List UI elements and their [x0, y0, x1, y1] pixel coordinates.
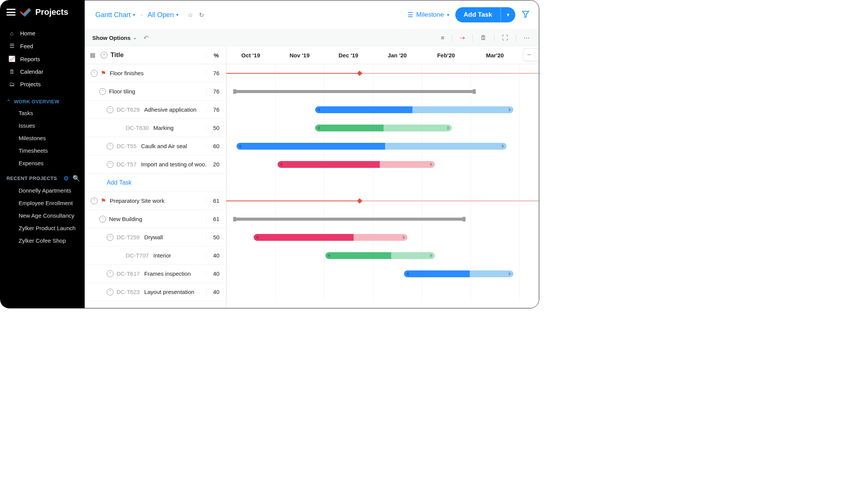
task-row[interactable]: ⌃DC-T57Import and testing of woo..20	[85, 155, 226, 174]
gantt-timeline[interactable]: Oct '19Nov '19Dec '19Jan '20Feb'20Mar'20…	[226, 46, 539, 308]
task-id: DC-T630	[126, 125, 149, 131]
month-column: Mar'20	[470, 46, 519, 64]
timeline-row	[226, 119, 539, 137]
show-options-toggle[interactable]: Show Options ⌄	[92, 35, 137, 41]
gantt-bar[interactable]	[404, 270, 513, 277]
filter-dropdown[interactable]: All Open▾	[148, 11, 178, 19]
show-options-label: Show Options	[92, 35, 131, 41]
task-row[interactable]: DC-T707Interior40	[85, 246, 226, 265]
task-row[interactable]: ⌃DC-T259Drywall50	[85, 228, 226, 246]
pct-cell: 76	[206, 106, 226, 113]
zoom-out-icon[interactable]: −	[527, 51, 531, 58]
search-icon[interactable]: 🔍	[73, 175, 80, 182]
task-row[interactable]: DC-T630Marking50	[85, 119, 226, 137]
fullscreen-icon[interactable]: ⛶	[500, 34, 510, 42]
sidebar-item-issues[interactable]: Issues	[0, 119, 85, 132]
nav-calendar[interactable]: 🗓Calendar	[0, 65, 85, 78]
grouping-label: Milestone	[416, 11, 444, 19]
gantt-bar[interactable]	[254, 234, 407, 241]
sidebar-item-timesheets[interactable]: Timesheets	[0, 144, 85, 157]
critical-path-icon[interactable]: ⇢	[458, 33, 466, 42]
nav-feed[interactable]: ☰Feed	[0, 39, 85, 52]
sidebar-item-tasks[interactable]: Tasks	[0, 107, 85, 119]
gantt-bar[interactable]	[315, 106, 513, 113]
task-row[interactable]: ⌃DC-T623Layout presentation40	[85, 283, 226, 301]
collapse-icon[interactable]: ⌃	[91, 197, 98, 204]
recent-projects-header: RECENT PROJECTS ⚙ 🔍	[0, 169, 85, 184]
milestone-row[interactable]: ⌃⚑Floor finishes76	[85, 64, 226, 82]
collapse-icon[interactable]: ⌃	[107, 234, 114, 241]
sidebar-item-expenses[interactable]: Expenses	[0, 157, 85, 169]
recent-project-item[interactable]: Zylker Product Launch	[0, 222, 85, 234]
nav-home[interactable]: ⌂Home	[0, 27, 85, 39]
nav-reports[interactable]: 📈Reports	[0, 52, 85, 65]
section-label: RECENT PROJECTS	[6, 175, 57, 181]
add-task-link[interactable]: Add Task	[107, 179, 132, 186]
task-row[interactable]: ⌃DC-T629Adhesive application76	[85, 101, 226, 119]
columns-icon[interactable]: ▤	[90, 52, 95, 58]
recent-project-item[interactable]: Donnelly Apartments	[0, 184, 85, 197]
summary-bar[interactable]	[233, 218, 466, 221]
tasklist-row[interactable]: ⌃New Building61	[85, 210, 226, 228]
refresh-icon[interactable]: ↻	[199, 11, 204, 19]
app-name: Projects	[35, 7, 68, 17]
collapse-icon[interactable]: ⌃	[99, 88, 106, 95]
recent-project-item[interactable]: New Age Consultancy	[0, 209, 85, 222]
gantt-bar[interactable]	[278, 161, 435, 168]
undo-icon[interactable]: ↶	[144, 34, 148, 41]
nav-label: Feed	[20, 43, 33, 49]
nav-projects[interactable]: 🗂Projects	[0, 78, 85, 90]
collapse-icon[interactable]: ⌃	[107, 143, 114, 150]
collapse-icon[interactable]: ⌃	[99, 216, 106, 223]
more-icon[interactable]: ⋯	[522, 33, 531, 42]
collapse-icon[interactable]: ⌃	[107, 270, 114, 277]
chevron-down-icon: ▾	[133, 12, 135, 17]
pct-cell: 50	[206, 125, 226, 131]
view-tools: ≡ ⇢ 🗓 ⛶ ⋯	[439, 33, 531, 42]
recent-project-item[interactable]: Zylker Cofee Shop	[0, 234, 85, 247]
gantt-bar[interactable]	[315, 125, 452, 131]
nav-label: Projects	[20, 81, 41, 87]
collapse-icon[interactable]: ⌃	[107, 289, 114, 295]
app-logo-icon	[20, 8, 31, 17]
summary-bar[interactable]	[233, 90, 476, 93]
separator	[494, 35, 494, 41]
timeline-row	[226, 82, 539, 101]
row-label: New Building	[109, 216, 142, 222]
collapse-icon[interactable]: ⌃	[91, 70, 98, 77]
settings-icon[interactable]: ⚙	[63, 175, 69, 182]
collapse-all-icon[interactable]: ⌃	[101, 52, 107, 58]
pct-cell: 61	[206, 197, 226, 204]
gantt-bar[interactable]	[237, 143, 507, 150]
task-row[interactable]: ⌃DC-T55Caulk and Air seal60	[85, 137, 226, 155]
collapse-icon[interactable]: ⌃	[107, 161, 114, 168]
today-icon[interactable]: 🗓	[479, 34, 488, 42]
work-overview-header[interactable]: ⌃ WORK OVERVIEW	[0, 93, 85, 107]
breadcrumb-separator: ›	[141, 12, 142, 18]
zoom-control: − +	[523, 48, 539, 61]
baseline-icon[interactable]: ≡	[439, 34, 446, 42]
filter-icon[interactable]	[521, 10, 530, 20]
grouping-dropdown[interactable]: ☰ Milestone ▾	[407, 11, 449, 19]
add-task-row[interactable]: Add Task	[85, 174, 226, 192]
task-row[interactable]: ⌃DC-T617Frames inspection40	[85, 265, 226, 283]
milestone-row[interactable]: ⌃⚑Preparatory Site work61	[85, 192, 226, 210]
gantt-bar[interactable]	[325, 252, 435, 259]
collapse-icon[interactable]: ⌃	[107, 106, 114, 113]
hamburger-icon[interactable]	[6, 9, 16, 16]
sidebar-item-milestones[interactable]: Milestones	[0, 132, 85, 144]
view-dropdown[interactable]: Gantt Chart▾	[95, 11, 135, 19]
row-label: Adhesive application	[144, 106, 197, 113]
add-task-button[interactable]: Add Task ▾	[455, 7, 515, 22]
separator	[516, 35, 516, 41]
timeline-row	[226, 246, 539, 265]
reports-icon: 📈	[8, 55, 16, 62]
app-window: Projects ⌂Home ☰Feed 📈Reports 🗓Calendar …	[0, 0, 539, 308]
add-task-dropdown[interactable]: ▾	[500, 7, 515, 22]
recent-project-item[interactable]: Employee Enrollment	[0, 197, 85, 209]
star-icon[interactable]: ☆	[188, 11, 193, 19]
pct-cell: 76	[206, 88, 226, 95]
tasklist-row[interactable]: ⌃Floor tiling76	[85, 82, 226, 101]
timeline-row	[226, 210, 539, 228]
view-label: Gantt Chart	[95, 11, 131, 19]
